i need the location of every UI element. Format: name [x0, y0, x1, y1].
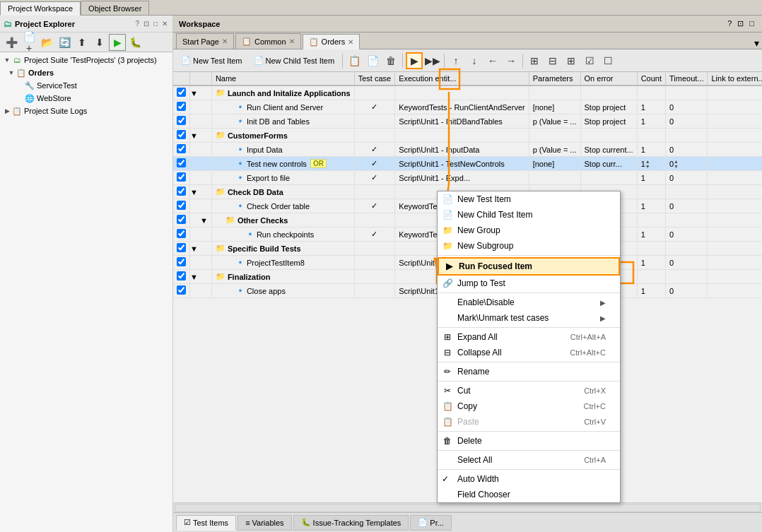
row-checkbox[interactable]: [173, 85, 190, 100]
tab-common[interactable]: 📋 Common ✕: [235, 33, 301, 49]
row-timeout[interactable]: 0: [665, 284, 708, 298]
tab-overflow-btn[interactable]: ▾: [754, 37, 759, 49]
move-up-tb-btn[interactable]: ↑: [447, 52, 464, 69]
expand-icon[interactable]: ▼: [7, 69, 16, 77]
debug-btn[interactable]: 🐛: [127, 34, 143, 51]
row-count[interactable]: 1: [637, 199, 665, 213]
table-row[interactable]: 🔹 Init DB and Tables Script\Unit1 - Init…: [173, 114, 762, 129]
tab-variables[interactable]: ≡ Variables: [238, 515, 291, 531]
context-menu-item[interactable]: ✓ Auto Width: [438, 471, 620, 487]
row-checkbox[interactable]: [173, 129, 190, 143]
pin-icon[interactable]: ⊡: [735, 19, 746, 28]
collapse-all-tb-btn[interactable]: ⊟: [544, 52, 561, 69]
context-menu-item[interactable]: ✏ Rename: [438, 364, 620, 379]
tab-test-items[interactable]: ☑ Test Items: [176, 515, 236, 531]
row-checkbox[interactable]: [173, 157, 190, 171]
move-down-btn[interactable]: ⬇: [91, 34, 108, 51]
col-onerror[interactable]: On error: [580, 72, 637, 85]
tree-item-webstore[interactable]: 🌐 WebStore: [1, 92, 171, 105]
context-menu-item[interactable]: Mark\Unmark test cases ▶: [438, 310, 620, 326]
copy-tb-btn[interactable]: 📋: [346, 52, 363, 69]
context-menu-item[interactable]: 📁 New Subgroup: [438, 238, 620, 254]
row-checkbox[interactable]: [173, 242, 190, 256]
run-btn[interactable]: ▶: [109, 34, 126, 51]
table-row[interactable]: ▼ 📁 CustomerForms: [173, 129, 762, 143]
row-timeout[interactable]: 0: [665, 227, 708, 242]
context-menu-item[interactable]: ⊟ Collapse All Ctrl+Alt+C: [438, 345, 620, 360]
row-expand[interactable]: ▼: [190, 242, 212, 256]
delete-tb-btn[interactable]: 🗑: [382, 52, 399, 69]
count-spinner[interactable]: ▲ ▼: [645, 159, 652, 169]
table-row[interactable]: ▼ 📁 Launch and Initalize Applications: [173, 85, 762, 100]
col-timeout[interactable]: Timeout...: [665, 72, 708, 85]
spin-down[interactable]: ▼: [674, 164, 681, 169]
context-menu-item[interactable]: Select All Ctrl+A: [438, 452, 620, 468]
add-btn[interactable]: ➕: [3, 34, 20, 51]
context-menu-item[interactable]: 📋 Copy Ctrl+C: [438, 398, 620, 414]
new-child-test-item-btn[interactable]: 📄 New Child Test Item: [249, 52, 340, 70]
expand-icon[interactable]: ▶: [3, 107, 11, 115]
refresh-btn[interactable]: 🔄: [56, 34, 73, 51]
row-timeout[interactable]: 0: [665, 256, 708, 270]
paste-tb-btn[interactable]: 📄: [364, 52, 381, 69]
row-checkbox[interactable]: [173, 227, 190, 242]
row-count[interactable]: 1: [637, 227, 665, 242]
col-params[interactable]: Parameters: [529, 72, 580, 85]
close-btn[interactable]: ✕: [160, 20, 169, 28]
tab-project-workspace[interactable]: Project Workspace: [0, 1, 81, 16]
tab-close-icon[interactable]: ✕: [348, 38, 353, 46]
row-timeout[interactable]: 0: [665, 171, 708, 185]
max-icon[interactable]: □: [747, 19, 756, 28]
spin-down[interactable]: ▼: [645, 164, 652, 169]
horizontal-scrollbar[interactable]: [173, 502, 762, 512]
run-all-tb-btn[interactable]: ▶▶: [424, 52, 441, 69]
table-row[interactable]: 🔹 Export to file ✓ Script\Unit1 - Expd..…: [173, 171, 762, 185]
new-test-item-btn[interactable]: 📄 New Test Item: [176, 52, 247, 70]
context-menu-item[interactable]: ✂ Cut Ctrl+X: [438, 383, 620, 398]
row-count[interactable]: 1: [637, 171, 665, 185]
col-count[interactable]: Count: [637, 72, 665, 85]
context-menu-item[interactable]: 📁 New Group: [438, 223, 620, 238]
row-checkbox[interactable]: [173, 100, 190, 114]
move-right-tb-btn[interactable]: →: [503, 52, 520, 69]
grid-tb-btn[interactable]: ⊞: [563, 52, 580, 69]
row-count[interactable]: 1: [637, 284, 665, 298]
context-menu-item[interactable]: Field Chooser: [438, 487, 620, 502]
tab-close-icon[interactable]: ✕: [222, 37, 228, 45]
timeout-spinner[interactable]: ▲ ▼: [674, 159, 681, 169]
tab-issue-tracking[interactable]: 🐛 Issue-Tracking Templates: [293, 515, 409, 531]
row-count[interactable]: 1: [637, 143, 665, 157]
context-menu-item[interactable]: ▶ Run Focused Item: [438, 257, 620, 276]
tab-orders[interactable]: 📋 Orders ✕: [303, 34, 361, 49]
col-name[interactable]: Name: [211, 72, 354, 85]
move-up-btn[interactable]: ⬆: [74, 34, 90, 51]
help-btn[interactable]: ?: [134, 20, 141, 28]
row-timeout[interactable]: 0: [665, 114, 708, 129]
context-menu-item[interactable]: Enable\Disable ▶: [438, 295, 620, 310]
row-timeout[interactable]: 0 ▲ ▼: [665, 157, 708, 171]
context-menu-item[interactable]: 📄 New Child Test Item: [438, 207, 620, 223]
expand-all-tb-btn[interactable]: ⊞: [526, 52, 543, 69]
expand-icon[interactable]: ▼: [3, 56, 11, 64]
table-row[interactable]: 🔹 Input Data ✓ Script\Unit1 - InputData …: [173, 143, 762, 157]
tree-item-orders[interactable]: ▼ 📋 Orders: [1, 66, 171, 79]
help-icon[interactable]: ?: [725, 19, 734, 28]
maximize-btn[interactable]: □: [152, 20, 159, 28]
context-menu-item[interactable]: 🔗 Jump to Test: [438, 276, 620, 291]
row-checkbox[interactable]: [173, 185, 190, 199]
uncheck-tb-btn[interactable]: ☐: [599, 52, 616, 69]
context-menu-item[interactable]: 📄 New Test Item: [438, 191, 620, 207]
row-checkbox[interactable]: [173, 171, 190, 185]
row-timeout[interactable]: 0: [665, 100, 708, 114]
row-checkbox[interactable]: [173, 199, 190, 213]
row-count[interactable]: 1: [637, 100, 665, 114]
check-tb-btn[interactable]: ☑: [581, 52, 598, 69]
row-expand[interactable]: ▼: [190, 213, 212, 227]
move-left-tb-btn[interactable]: ←: [484, 52, 501, 69]
row-checkbox[interactable]: [173, 256, 190, 270]
tree-item-servicetest[interactable]: 🔧 ServiceTest: [1, 79, 171, 92]
move-down-tb-btn[interactable]: ↓: [466, 52, 483, 69]
context-menu-item[interactable]: ⊞ Expand All Ctrl+Alt+A: [438, 329, 620, 345]
row-expand[interactable]: ▼: [190, 85, 212, 100]
col-execution[interactable]: Execution entit...: [395, 72, 529, 85]
